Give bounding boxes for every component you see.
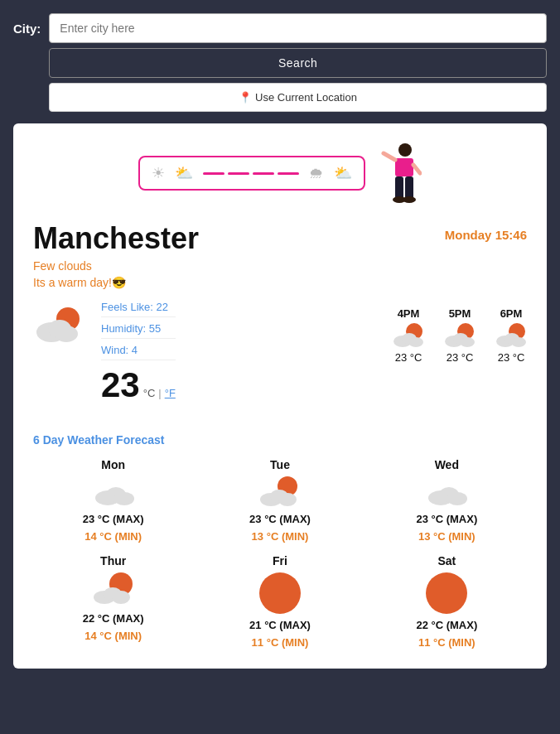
- forecast-icon-sat: [426, 572, 467, 614]
- forecast-icon-thur: [93, 572, 134, 607]
- forecast-max-mon: 23 °C (MAX): [83, 513, 144, 525]
- sun-icon: ☀: [152, 164, 165, 182]
- svg-point-7: [403, 196, 416, 203]
- svg-rect-4: [395, 176, 403, 200]
- hour-item-4pm: 4PM 23 °C: [393, 307, 424, 364]
- hour-label-5pm: 5PM: [449, 307, 471, 320]
- forecast-max-thur: 22 °C (MAX): [83, 612, 144, 625]
- cloud-icon-2: 🌧: [309, 165, 324, 182]
- unit-separator: |: [158, 387, 161, 399]
- forecast-day-mon: Mon: [101, 458, 125, 471]
- forecast-fri: Fri 21 °C (MAX) 11 °C (MIN): [200, 554, 360, 649]
- weather-strip: ☀ ⛅ 🌧 ⛅: [138, 156, 365, 191]
- hour-label-4pm: 4PM: [398, 307, 420, 320]
- forecast-day-tue: Tue: [270, 458, 290, 471]
- svg-point-15: [408, 337, 423, 347]
- forecast-day-sat: Sat: [437, 554, 456, 567]
- location-button[interactable]: 📍 Use Current Location: [49, 83, 547, 112]
- forecast-mon: Mon 23 °C (MAX) 14 °C (MIN): [33, 458, 193, 543]
- warm-message: Its a warm day!😎: [33, 276, 527, 289]
- hourly-forecast: 4PM 23 °C 5PM 23 °C: [393, 301, 527, 364]
- forecast-grid: Mon 23 °C (MAX) 14 °C (MIN) Tue 23 °C (M…: [33, 458, 527, 649]
- hour-item-5pm: 5PM 23 °C: [444, 307, 476, 364]
- cloud-icon-3: ⛅: [334, 164, 352, 182]
- dashes: [203, 172, 299, 175]
- forecast-min-thur: 14 °C (MIN): [84, 630, 142, 642]
- cloud-icon-1: ⛅: [175, 164, 193, 182]
- svg-point-30: [278, 493, 297, 506]
- svg-line-3: [413, 165, 420, 173]
- forecast-title: 6 Day Weather Forecast: [33, 433, 527, 447]
- forecast-icon-tue: [259, 476, 301, 508]
- city-header: Manchester Monday 15:46: [33, 221, 527, 256]
- forecast-max-wed: 23 °C (MAX): [416, 513, 477, 525]
- forecast-tue: Tue 23 °C (MAX) 13 °C (MIN): [200, 458, 360, 543]
- forecast-wed: Wed 23 °C (MAX) 13 °C (MIN): [367, 458, 527, 543]
- forecast-min-fri: 11 °C (MIN): [252, 636, 309, 649]
- forecast-min-tue: 13 °C (MIN): [252, 530, 309, 543]
- forecast-icon-mon: [93, 476, 134, 508]
- forecast-max-sat: 22 °C (MAX): [416, 619, 477, 631]
- forecast-day-wed: Wed: [435, 458, 459, 471]
- current-weather: Feels Like: 22 Humidity: 55 Wind: 4 23 °…: [33, 301, 176, 405]
- temperature: 23: [101, 365, 140, 405]
- city-input[interactable]: [49, 13, 547, 43]
- temp-unit-f-toggle[interactable]: °F: [165, 387, 176, 399]
- forecast-icon-fri: [259, 572, 301, 614]
- condition: Few clouds: [33, 259, 527, 273]
- hour-icon-6pm: [495, 323, 527, 348]
- top-section: City: Search 📍 Use Current Location: [13, 13, 547, 112]
- current-weather-icon: [33, 304, 84, 349]
- temp-row: 23 °C | °F: [101, 365, 176, 405]
- search-button[interactable]: Search: [49, 48, 547, 78]
- hour-item-6pm: 6PM 23 °C: [495, 307, 527, 364]
- forecast-min-wed: 13 °C (MIN): [418, 530, 476, 543]
- svg-point-33: [447, 492, 467, 505]
- svg-point-0: [398, 143, 412, 157]
- svg-rect-1: [395, 158, 413, 176]
- forecast-icon-wed: [426, 476, 467, 508]
- current-and-hourly: Feels Like: 22 Humidity: 55 Wind: 4 23 °…: [33, 301, 527, 420]
- forecast-sat: Sat 22 °C (MAX) 11 °C (MIN): [367, 554, 527, 649]
- forecast-max-tue: 23 °C (MAX): [249, 513, 311, 525]
- svg-point-19: [460, 337, 475, 347]
- humidity: Humidity: 55: [101, 322, 176, 339]
- temp-unit-c: °C: [143, 387, 156, 399]
- city-label: City:: [13, 13, 41, 36]
- wind: Wind: 4: [101, 344, 176, 360]
- forecast-max-fri: 21 °C (MAX): [249, 619, 311, 631]
- forecast-thur: Thur 22 °C (MAX) 14 °C (MIN): [33, 554, 193, 649]
- svg-point-11: [55, 326, 78, 342]
- svg-rect-5: [405, 176, 413, 200]
- forecast-min-sat: 11 °C (MIN): [418, 636, 476, 649]
- forecast-min-mon: 14 °C (MIN): [84, 530, 142, 543]
- hour-label-6pm: 6PM: [500, 307, 523, 320]
- person-figure: [372, 140, 422, 206]
- main-card: ☀ ⛅ 🌧 ⛅: [13, 123, 547, 669]
- hour-icon-4pm: [393, 323, 424, 348]
- svg-line-2: [384, 153, 395, 160]
- svg-point-23: [511, 337, 526, 347]
- hour-temp-6pm: 23 °C: [498, 351, 525, 364]
- city-name: Manchester: [33, 221, 199, 256]
- datetime: Monday 15:46: [445, 221, 527, 242]
- hour-temp-5pm: 23 °C: [447, 351, 474, 364]
- input-column: Search 📍 Use Current Location: [49, 13, 547, 112]
- svg-point-37: [112, 591, 130, 604]
- details-column: Feels Like: 22 Humidity: 55 Wind: 4 23 °…: [101, 301, 176, 405]
- cloud-sun-svg: [33, 304, 84, 345]
- feels-like: Feels Like: 22: [101, 301, 176, 317]
- hour-icon-5pm: [444, 323, 476, 348]
- illustration: ☀ ⛅ 🌧 ⛅: [33, 140, 527, 206]
- forecast-day-thur: Thur: [100, 554, 126, 567]
- forecast-day-fri: Fri: [273, 554, 287, 567]
- hour-temp-4pm: 23 °C: [395, 351, 422, 364]
- svg-point-26: [114, 492, 134, 505]
